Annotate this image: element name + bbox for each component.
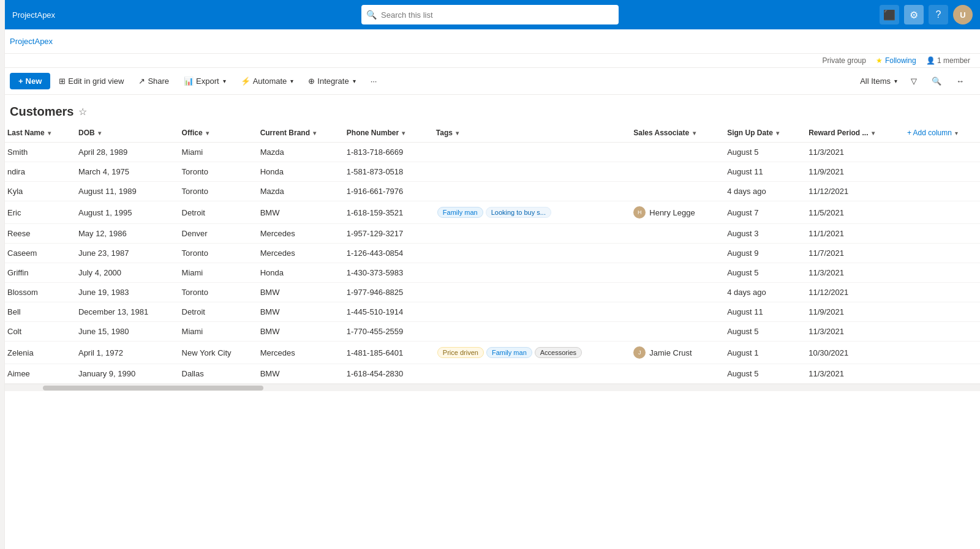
cell-reward: 11/9/2021 [801,162,900,182]
cell-associate [626,283,720,302]
cell-dob: December 13, 1981 [71,302,175,322]
tag-item: Price driven [437,347,484,358]
table-row[interactable]: BlossomJune 19, 1983TorontoBMW1-977-946-… [0,283,980,302]
col-header-reward[interactable]: Reward Period ... ▾ [801,124,900,143]
grid-icon: ⊞ [59,77,66,86]
cell-brand: BMW [253,283,339,302]
cell-add-col [900,283,980,302]
cell-signup: August 7 [720,201,801,224]
cell-office: Detroit [175,201,253,224]
cell-phone: 1-445-510-1914 [339,302,429,322]
cell-brand: Mazda [253,182,339,201]
cell-reward: 11/9/2021 [801,302,900,322]
table-row[interactable]: BellDecember 13, 1981DetroitBMW1-445-510… [0,302,980,322]
cell-dob: June 15, 1980 [71,322,175,342]
more-button[interactable]: ··· [364,73,383,89]
cell-office: Miami [175,263,253,283]
sort-icon-lastname: ▾ [48,130,51,136]
table-row[interactable]: ColtJune 15, 1980MiamiBMW1-770-455-2559A… [0,322,980,342]
cell-brand: Mercedes [253,244,339,263]
cell-tags [429,263,626,283]
cell-dob: August 1, 1995 [71,201,175,224]
col-header-brand[interactable]: Current Brand ▾ [253,124,339,143]
col-header-add[interactable]: + Add column ▾ [900,124,980,143]
automate-icon: ⚡ [241,77,251,86]
export-icon: 📊 [184,77,194,86]
table-row[interactable]: SmithApril 28, 1989MiamiMazda1-813-718-6… [0,143,980,162]
cell-tags [429,244,626,263]
search-area: 🔍 [361,5,619,24]
user-avatar[interactable]: U [953,5,973,24]
search-toggle-button[interactable]: 🔍 [925,73,948,89]
share-button[interactable]: ↗ Share [132,73,175,89]
cell-dob: January 9, 1990 [71,364,175,384]
nav-right: ⬛ ⚙ ? U [880,5,973,24]
cell-phone: 1-916-661-7976 [339,182,429,201]
cell-add-col [900,143,980,162]
filter-button[interactable]: ▽ [905,73,923,89]
col-header-associate[interactable]: Sales Associate ▾ [626,124,720,143]
favorite-icon[interactable]: ☆ [78,106,87,118]
col-header-tags[interactable]: Tags ▾ [429,124,626,143]
settings-button[interactable]: ⚙ [904,5,924,24]
view-options-button[interactable]: ↔ [950,73,970,89]
horizontal-scrollbar[interactable] [0,384,980,391]
tag-item: Accessories [535,347,582,358]
integrate-button[interactable]: ⊕ Integrate ▾ [302,73,361,89]
sort-icon-tags: ▾ [456,130,459,136]
following-button[interactable]: ★ Following [876,56,916,65]
cell-office: Miami [175,322,253,342]
edit-grid-view-button[interactable]: ⊞ Edit in grid view [53,73,130,89]
cell-reward: 11/12/2021 [801,182,900,201]
app-name[interactable]: ProjectApex [12,10,55,20]
col-header-dob[interactable]: DOB ▾ [71,124,175,143]
cell-phone: 1-770-455-2559 [339,322,429,342]
table-row[interactable]: GriffinJuly 4, 2000MiamiHonda1-430-373-5… [0,263,980,283]
automate-button[interactable]: ⚡ Automate ▾ [235,73,300,89]
cell-reward: 11/3/2021 [801,143,900,162]
cell-signup: August 11 [720,302,801,322]
person-icon: 👤 [926,56,935,65]
export-button[interactable]: 📊 Export ▾ [178,73,232,89]
cell-reward: 11/3/2021 [801,364,900,384]
col-header-office[interactable]: Office ▾ [175,124,253,143]
col-header-phone[interactable]: Phone Number ▾ [339,124,429,143]
notifications-button[interactable]: ⬛ [880,5,899,24]
cell-tags [429,364,626,384]
search-input[interactable] [361,5,619,24]
tag-item: Family man [437,207,483,218]
col-header-lastname[interactable]: Last Name ▾ [0,124,71,143]
cell-signup: August 5 [720,143,801,162]
table-row[interactable]: KylaAugust 11, 1989TorontoMazda1-916-661… [0,182,980,201]
cell-add-col [900,364,980,384]
table-row[interactable]: ReeseMay 12, 1986DenverMercedes1-957-129… [0,224,980,244]
table-row[interactable]: ZeleniaApril 1, 1972New York CityMercede… [0,342,980,364]
all-items-button[interactable]: All Items ▾ [855,74,902,88]
tag-item: Family man [486,347,532,358]
table-row[interactable]: AimeeJanuary 9, 1990DallasBMW1-618-454-2… [0,364,980,384]
sub-header: ProjectApex [0,29,980,54]
edit-grid-label: Edit in grid view [68,77,124,86]
cell-associate [626,263,720,283]
left-sidebar [0,0,5,391]
cell-dob: May 12, 1986 [71,224,175,244]
table-row[interactable]: ndiraMarch 4, 1975TorontoHonda1-581-873-… [0,162,980,182]
cell-phone: 1-618-454-2830 [339,364,429,384]
cell-brand: Honda [253,162,339,182]
breadcrumb-app[interactable]: ProjectApex [10,37,53,46]
sort-icon-associate: ▾ [693,130,696,136]
table-row[interactable]: EricAugust 1, 1995DetroitBMW1-618-159-35… [0,201,980,224]
cell-add-col [900,224,980,244]
col-header-signup[interactable]: Sign Up Date ▾ [720,124,801,143]
options-icon: ↔ [956,77,964,86]
private-group-label: Private group [823,56,866,65]
cell-signup: August 9 [720,244,801,263]
new-button[interactable]: + New [10,73,50,89]
cell-reward: 11/12/2021 [801,283,900,302]
associate-avatar: J [633,346,646,359]
cell-lastname: Eric [0,201,71,224]
star-icon: ★ [876,56,883,65]
cell-office: Toronto [175,244,253,263]
help-button[interactable]: ? [929,5,948,24]
table-row[interactable]: CaseemJune 23, 1987TorontoMercedes1-126-… [0,244,980,263]
